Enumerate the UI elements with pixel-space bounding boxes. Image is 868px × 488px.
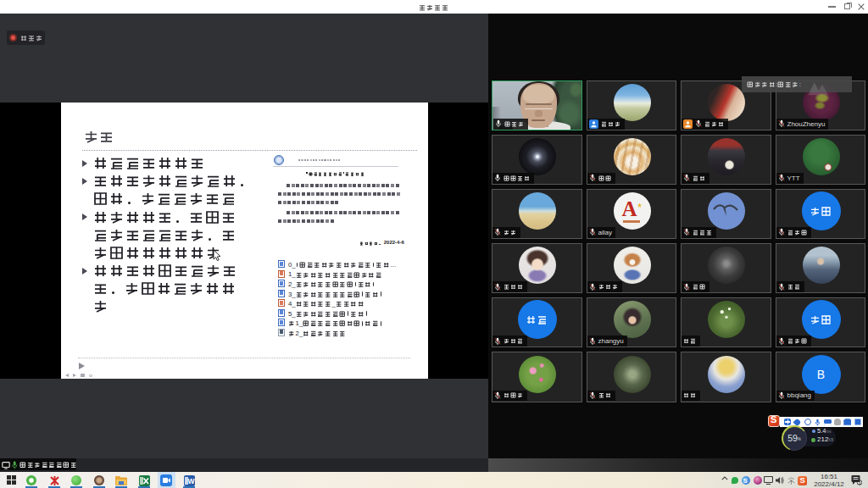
svg-text:W: W [187,477,194,485]
svg-text:1: 1 [859,480,861,485]
